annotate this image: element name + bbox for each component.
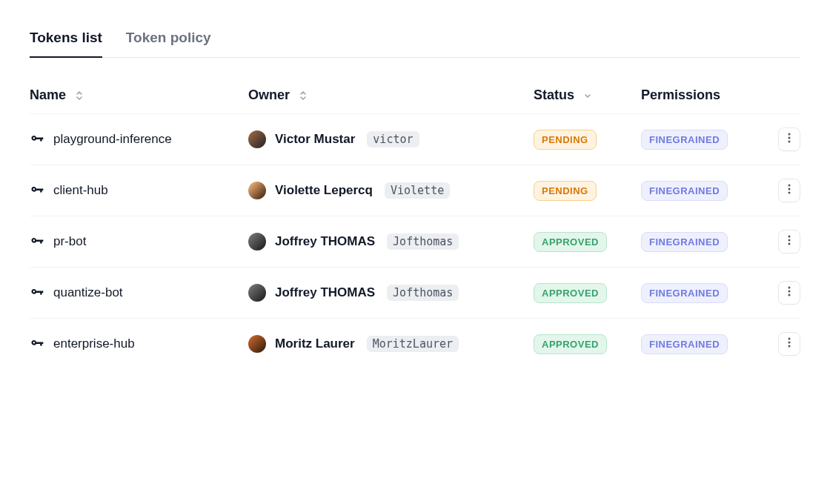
sort-icon — [299, 90, 308, 102]
status-cell: APPROVED — [534, 283, 641, 303]
table-row: quantize-bot Joffrey THOMAS Jofthomas AP… — [30, 267, 800, 318]
status-cell: PENDING — [534, 181, 641, 201]
owner-name: Joffrey THOMAS — [275, 285, 375, 300]
permission-badge: FINEGRAINED — [641, 283, 728, 303]
username-tag: Jofthomas — [387, 233, 459, 250]
permission-cell: FINEGRAINED — [641, 334, 760, 354]
owner-cell: Joffrey THOMAS Jofthomas — [248, 284, 534, 302]
svg-point-1 — [788, 137, 791, 139]
actions-cell — [760, 179, 800, 202]
actions-cell — [760, 127, 800, 151]
permission-cell: FINEGRAINED — [641, 283, 760, 303]
status-badge: APPROVED — [534, 334, 607, 354]
avatar — [248, 130, 266, 148]
row-menu-button[interactable] — [778, 127, 800, 151]
svg-point-5 — [788, 192, 791, 194]
owner-name: Moritz Laurer — [275, 336, 355, 351]
table-row: playground-inference Victor Mustar victo… — [30, 113, 800, 165]
table-header: Name Owner Status Permi — [30, 82, 800, 113]
svg-point-14 — [788, 345, 791, 348]
owner-name: Victor Mustar — [275, 132, 355, 147]
token-name-cell: quantize-bot — [30, 285, 248, 300]
token-name: client-hub — [53, 183, 108, 198]
permission-badge: FINEGRAINED — [641, 130, 728, 150]
permission-cell: FINEGRAINED — [641, 232, 760, 252]
token-name-cell: playground-inference — [30, 132, 248, 147]
owner-cell: Joffrey THOMAS Jofthomas — [248, 233, 534, 251]
actions-cell — [760, 332, 800, 356]
sort-icon — [75, 90, 84, 102]
token-name: playground-inference — [53, 132, 172, 147]
owner-cell: Moritz Laurer MoritzLaurer — [248, 335, 534, 353]
actions-cell — [760, 281, 800, 305]
svg-point-2 — [788, 141, 791, 143]
tab-tokens-list[interactable]: Tokens list — [30, 30, 102, 58]
col-name[interactable]: Name — [30, 87, 248, 103]
key-icon — [30, 234, 44, 249]
permission-cell: FINEGRAINED — [641, 181, 760, 201]
row-menu-button[interactable] — [778, 230, 800, 253]
col-name-label: Name — [30, 87, 66, 103]
avatar — [248, 335, 266, 353]
svg-point-9 — [788, 287, 791, 289]
token-name-cell: client-hub — [30, 183, 248, 198]
permission-badge: FINEGRAINED — [641, 232, 728, 252]
table-row: pr-bot Joffrey THOMAS Jofthomas APPROVED… — [30, 216, 800, 267]
actions-cell — [760, 230, 800, 253]
svg-point-13 — [788, 342, 791, 344]
key-icon — [30, 132, 44, 147]
col-owner[interactable]: Owner — [248, 87, 534, 103]
status-badge: PENDING — [534, 181, 597, 201]
status-badge: APPROVED — [534, 283, 607, 303]
token-name-cell: pr-bot — [30, 234, 248, 249]
token-name: pr-bot — [53, 234, 86, 249]
avatar — [248, 182, 266, 199]
token-name-cell: enterprise-hub — [30, 336, 248, 351]
tokens-table: Name Owner Status Permi — [30, 82, 800, 369]
col-permissions: Permissions — [641, 87, 760, 103]
svg-point-0 — [788, 133, 791, 136]
username-tag: MoritzLaurer — [367, 336, 459, 352]
status-cell: APPROVED — [534, 334, 641, 354]
key-icon — [30, 336, 44, 351]
key-icon — [30, 183, 44, 198]
table-row: client-hub Violette Lepercq Violette PEN… — [30, 165, 800, 216]
avatar — [248, 284, 266, 302]
col-status-label: Status — [534, 87, 574, 103]
owner-cell: Victor Mustar victor — [248, 130, 534, 148]
username-tag: Jofthomas — [387, 285, 459, 301]
svg-point-12 — [788, 338, 791, 340]
avatar — [248, 233, 266, 251]
permission-cell: FINEGRAINED — [641, 130, 760, 150]
row-menu-button[interactable] — [778, 332, 800, 356]
more-icon — [788, 286, 791, 299]
more-icon — [788, 337, 791, 351]
row-menu-button[interactable] — [778, 281, 800, 305]
more-icon — [788, 184, 791, 197]
svg-point-3 — [788, 185, 791, 187]
status-badge: PENDING — [534, 130, 597, 150]
col-permissions-label: Permissions — [641, 87, 720, 103]
tabs: Tokens list Token policy — [30, 30, 800, 58]
status-cell: PENDING — [534, 130, 641, 150]
svg-point-4 — [788, 188, 791, 190]
svg-point-6 — [788, 236, 791, 238]
owner-name: Violette Lepercq — [275, 183, 373, 198]
token-name: enterprise-hub — [53, 336, 135, 351]
svg-point-11 — [788, 294, 791, 296]
permission-badge: FINEGRAINED — [641, 334, 728, 354]
table-row: enterprise-hub Moritz Laurer MoritzLaure… — [30, 318, 800, 369]
tab-token-policy[interactable]: Token policy — [126, 30, 211, 58]
username-tag: victor — [367, 131, 419, 147]
username-tag: Violette — [385, 182, 450, 199]
row-menu-button[interactable] — [778, 179, 800, 202]
key-icon — [30, 285, 44, 300]
col-owner-label: Owner — [248, 87, 290, 103]
svg-point-10 — [788, 291, 791, 293]
owner-name: Joffrey THOMAS — [275, 234, 375, 249]
more-icon — [788, 235, 791, 248]
status-badge: APPROVED — [534, 232, 607, 252]
col-status[interactable]: Status — [534, 87, 641, 103]
svg-point-8 — [788, 243, 791, 245]
token-name: quantize-bot — [53, 285, 123, 300]
